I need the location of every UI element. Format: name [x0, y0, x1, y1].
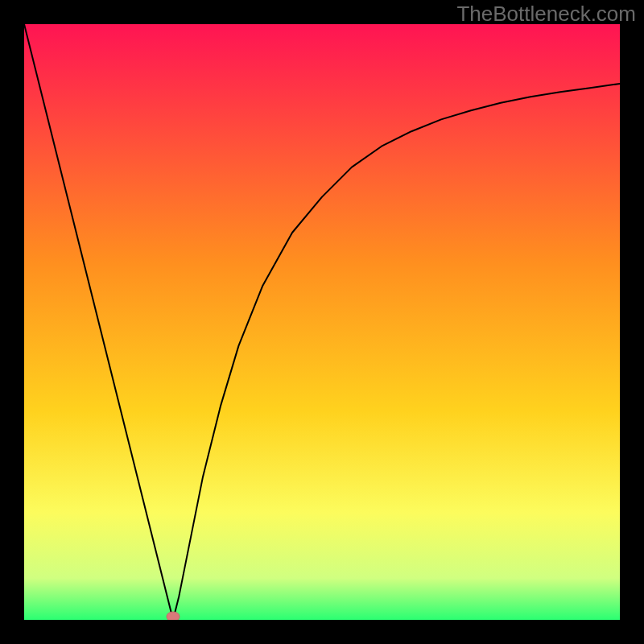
- bottleneck-chart: [24, 24, 620, 620]
- gradient-background: [24, 24, 620, 620]
- chart-frame: TheBottleneck.com: [0, 0, 644, 644]
- watermark-label: TheBottleneck.com: [456, 2, 636, 27]
- plot-area: [24, 24, 620, 620]
- minimum-marker-icon: [167, 612, 180, 620]
